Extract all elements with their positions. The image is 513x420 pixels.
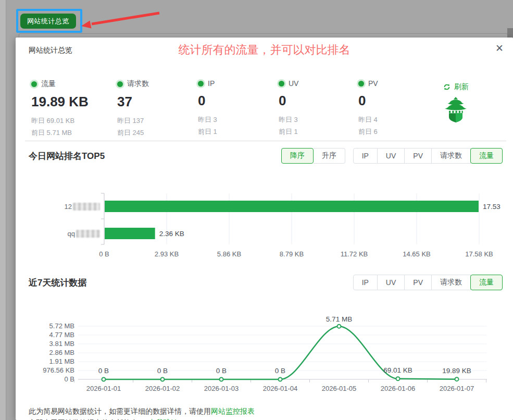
stat-label: IP: [208, 79, 215, 88]
footer-note-line2: 立即查看网站监控报表的全部能力>> 点我跳转: [29, 417, 178, 420]
sort-desc-button[interactable]: 降序: [281, 148, 314, 164]
tab-uv[interactable]: UV: [378, 148, 405, 164]
line-x-tick-label: 2026-01-04: [263, 385, 298, 392]
line-y-tick-label: 3.81 MB: [49, 340, 74, 348]
line-point-marker: [396, 377, 400, 380]
stat-value: 0: [279, 93, 357, 109]
stat-value: 0: [198, 93, 276, 109]
bar-chart-svg: 0 B2.93 KB5.86 KB8.79 KB11.72 KB14.65 KB…: [29, 186, 503, 264]
stat-label: 流量: [41, 79, 56, 89]
tab-uv[interactable]: UV: [378, 275, 405, 290]
bar-x-tick-label: 5.86 KB: [217, 250, 241, 258]
line-x-tick-label: 2026-01-06: [381, 385, 416, 392]
tab-requests[interactable]: 请求数: [432, 275, 471, 290]
top5-metric-tabs: IP UV PV 请求数 流量: [353, 148, 503, 164]
stat-history: 昨日 4前日 6: [358, 114, 436, 138]
censored-domain-blur: [76, 230, 100, 238]
last7-line-chart: 0 B976.56 KB1.91 MB2.86 MB3.81 MB4.77 MB…: [29, 310, 503, 399]
stat-label: 请求数: [127, 79, 149, 89]
stat-uv: UV 0 昨日 3前日 1: [279, 79, 357, 138]
bar-category-1: 12: [29, 201, 100, 212]
top5-bar-chart: 0 B2.93 KB5.86 KB8.79 KB11.72 KB14.65 KB…: [29, 186, 503, 264]
tab-pv[interactable]: PV: [405, 275, 432, 290]
line-point-label: 5.71 MB: [326, 315, 352, 323]
line-point-marker: [279, 378, 282, 381]
bar-x-tick-label: 2.93 KB: [155, 250, 179, 258]
stat-pv: PV 0 昨日 4前日 6: [358, 79, 436, 138]
footer-text: 此为简易网站数据统计，如需更详细的数据详情，请使用: [29, 407, 211, 415]
line-point-label: 19.89 KB: [442, 367, 471, 375]
stat-value: 19.89 KB: [31, 94, 109, 110]
green-dot-icon: [279, 81, 284, 87]
stat-value: 0: [358, 93, 436, 109]
refresh-button[interactable]: 刷新: [443, 82, 469, 92]
line-x-tick-label: 2026-01-05: [322, 385, 357, 392]
tab-pv[interactable]: PV: [405, 148, 432, 164]
censored-domain-blur: [73, 203, 100, 211]
bar-x-tick-label: 0 B: [99, 250, 109, 258]
bar-rect: [105, 228, 155, 239]
green-dot-icon: [31, 81, 37, 87]
bar-x-tick-label: 14.65 KB: [403, 250, 431, 258]
top5-header-row: 今日网站排名TOP5 降序 升序 IP UV PV 请求数 流量: [29, 148, 503, 164]
line-point-marker: [161, 378, 165, 381]
refresh-label: 刷新: [454, 82, 469, 92]
tab-traffic[interactable]: 流量: [470, 148, 503, 164]
line-point-label: 0 B: [216, 367, 227, 375]
footer-note-line1: 此为简易网站数据统计，如需更详细的数据详情，请使用网站监控报表: [29, 405, 255, 417]
last7-header-row: 近7天统计数据 IP UV PV 请求数 流量: [29, 275, 503, 290]
refresh-block: 刷新: [432, 82, 479, 125]
line-x-tick-label: 2026-01-02: [145, 385, 180, 392]
baota-logo-icon: [432, 96, 479, 125]
bar-value-label: 2.36 KB: [159, 230, 184, 238]
refresh-icon: [443, 83, 451, 91]
annotation-arrow-icon: [77, 7, 163, 31]
line-point-marker: [337, 325, 341, 328]
monitor-report-link[interactable]: 网站监控报表: [211, 407, 255, 415]
line-point-marker: [220, 378, 223, 381]
background-corner-block: [507, 28, 513, 38]
line-point-label: 0 B: [157, 367, 168, 375]
last7-metric-tabs: IP UV PV 请求数 流量: [353, 275, 503, 290]
stat-label: UV: [289, 79, 298, 88]
close-icon[interactable]: ✕: [495, 43, 504, 53]
stat-label: PV: [368, 79, 378, 88]
modal-title: 网站统计总览: [29, 46, 72, 55]
tab-ip[interactable]: IP: [353, 148, 378, 164]
last7-title: 近7天统计数据: [29, 277, 86, 289]
background-panel-edge: [19, 33, 508, 38]
line-y-tick-label: 5.72 MB: [49, 322, 74, 330]
bar-x-tick-label: 11.72 KB: [341, 250, 368, 258]
green-dot-icon: [198, 81, 204, 87]
modal-annotation-text: 统计所有的流量，并可以对比排名: [179, 42, 351, 58]
line-y-tick-label: 976.56 KB: [43, 366, 74, 374]
line-point-label: 0 B: [98, 367, 109, 375]
green-dot-icon: [117, 81, 123, 87]
line-x-tick-label: 2026-01-07: [440, 385, 474, 392]
stat-history: 昨日 137前日 245: [117, 115, 195, 139]
stat-traffic: 流量 19.89 KB 昨日 69.01 KB前日 5.71 MB: [31, 79, 109, 139]
top5-title: 今日网站排名TOP5: [29, 150, 105, 162]
line-x-tick-label: 2026-01-03: [204, 385, 239, 392]
stat-value: 37: [117, 94, 195, 110]
tab-ip[interactable]: IP: [353, 275, 378, 290]
stat-requests: 请求数 37 昨日 137前日 245: [117, 79, 195, 139]
bar-rect: [105, 201, 479, 212]
stat-history: 昨日 69.01 KB前日 5.71 MB: [31, 115, 109, 139]
bar-category-2: qq: [29, 228, 100, 239]
bar-x-tick-label: 17.58 KB: [465, 250, 493, 258]
tab-traffic[interactable]: 流量: [470, 275, 503, 290]
green-dot-icon: [358, 81, 364, 87]
bar-category-text: qq: [68, 230, 75, 238]
section-divider: [25, 141, 506, 141]
sort-asc-button[interactable]: 升序: [314, 148, 345, 164]
line-point-marker: [102, 378, 106, 381]
line-y-tick-label: 1.91 MB: [49, 357, 74, 365]
stat-ip: IP 0 昨日 3前日 1: [198, 79, 276, 138]
sort-toggle-group: 降序 升序: [282, 148, 345, 164]
line-x-tick-label: 2026-01-01: [86, 385, 121, 392]
bar-value-label: 17.53 K: [483, 203, 503, 211]
stat-history: 昨日 3前日 1: [198, 114, 276, 138]
tab-requests[interactable]: 请求数: [432, 148, 471, 164]
line-point-marker: [455, 377, 459, 381]
